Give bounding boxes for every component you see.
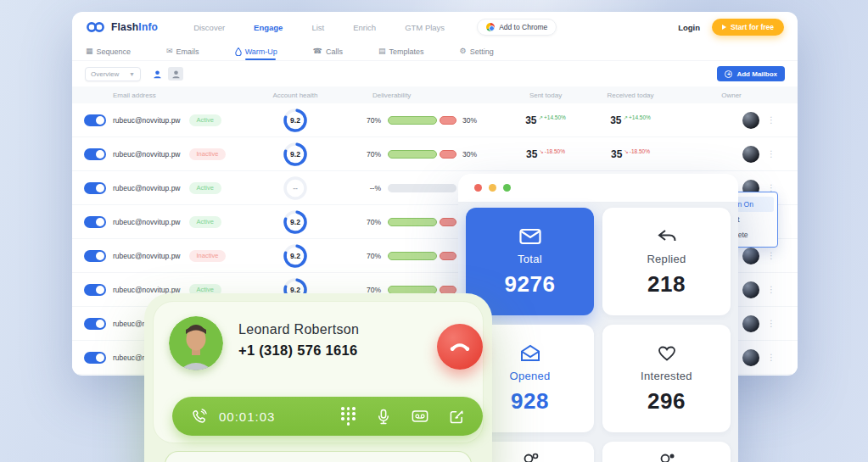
tab-templates[interactable]: ▤Templates [378, 47, 424, 56]
tab-calls[interactable]: ☎Calls [313, 47, 343, 56]
deliverability-bad-label: 30% [462, 116, 477, 125]
health-score: -- [283, 175, 308, 201]
nav-item-enrich[interactable]: Enrich [353, 23, 376, 32]
deliverability-bar-bad [440, 252, 456, 260]
add-to-chrome-button[interactable]: Add to Chrome [477, 19, 557, 36]
sent-delta: +14.50% [539, 114, 566, 121]
stats-window: Total 9276 Replied 218 Opened 928 Intere… [458, 174, 738, 462]
status-badge: Inactive [189, 250, 227, 262]
voicemail-icon[interactable] [412, 409, 428, 423]
mailbox-toggle[interactable] [84, 250, 106, 262]
brand-name: FlashInfo [111, 21, 158, 33]
tab-sequence[interactable]: ▦Sequence [86, 47, 131, 56]
call-icon [191, 409, 207, 425]
nav-items: Discover Engage List Enrich GTM Plays [193, 23, 445, 32]
caller-avatar [169, 316, 223, 370]
sent-today-value: 35 [526, 149, 537, 159]
deliverability-bar-good [388, 218, 437, 226]
call-timer: 00:01:03 [219, 409, 275, 424]
stat-label: Total [518, 253, 542, 265]
mail-open-icon [520, 343, 540, 364]
deliverability-bar-bad [440, 150, 456, 159]
person-icon [153, 70, 162, 79]
stat-label: Interested [641, 370, 692, 382]
health-ring: 9.2 [283, 209, 308, 235]
tab-emails[interactable]: ✉Emails [166, 47, 199, 56]
window-close-dot[interactable] [474, 184, 482, 192]
grid-icon: ▦ [86, 47, 93, 55]
received-today-value: 35 [611, 149, 622, 159]
brand-logo[interactable]: FlashInfo [86, 20, 158, 34]
received-today-value: 35 [610, 115, 621, 125]
window-zoom-dot[interactable] [503, 184, 511, 192]
deliverability-bar-good [388, 252, 437, 260]
hangup-button[interactable] [437, 324, 483, 370]
row-menu-button[interactable]: ⋮ [767, 353, 776, 362]
deliverability-good-label: 70% [333, 116, 381, 125]
status-badge: Active [189, 114, 221, 126]
health-ring: 9.2 [283, 108, 308, 133]
status-badge: Inactive [189, 148, 227, 160]
stats-window-titlebar [458, 174, 738, 203]
email-address: rubeuc@novvitup.pw [113, 218, 181, 226]
col-received-today: Received today [584, 92, 677, 99]
sub-navigation: ▦Sequence ✉Emails Warm-Up ☎Calls ▤Templa… [72, 42, 798, 61]
nav-item-gtm-plays[interactable]: GTM Plays [405, 23, 445, 32]
row-menu-button[interactable]: ⋮ [767, 319, 776, 328]
mail-icon: ✉ [166, 47, 173, 55]
row-menu-button[interactable]: ⋮ [767, 115, 776, 125]
row-menu-button[interactable]: ⋮ [767, 251, 776, 260]
col-sent-today: Sent today [507, 92, 584, 99]
stat-value: 296 [647, 388, 686, 415]
cta-label: Start for free [731, 23, 774, 31]
view-select[interactable]: Overview ▼ [85, 67, 141, 81]
deliverability-bar-good [388, 286, 437, 294]
contact-icon [521, 450, 540, 462]
chrome-icon [486, 23, 495, 31]
email-address: rubeuc@novvitup.pw [113, 116, 181, 125]
infinity-cloud-icon [86, 20, 106, 34]
tab-setting[interactable]: ⚙Setting [460, 47, 494, 56]
nav-item-engage[interactable]: Engage [254, 23, 283, 32]
mailbox-toggle[interactable] [84, 182, 106, 194]
add-mailbox-label: Add Mailbox [736, 70, 777, 78]
contact-icon [658, 450, 676, 462]
nav-item-discover[interactable]: Discover [193, 23, 225, 32]
compose-icon[interactable] [450, 409, 464, 424]
health-score: 9.2 [283, 108, 308, 133]
table-row: rubeuc@novvitup.pw Inactive 9.2 70% 30% [72, 137, 798, 171]
template-icon: ▤ [378, 47, 386, 55]
mailbox-toggle[interactable] [84, 318, 106, 330]
row-menu-button[interactable]: ⋮ [767, 285, 776, 294]
mailbox-toggle[interactable] [84, 352, 106, 364]
login-link[interactable]: Login [678, 23, 700, 32]
mailbox-toggle[interactable] [84, 284, 106, 296]
stats-cards: Total 9276 Replied 218 Opened 928 Intere… [458, 203, 738, 462]
deliverability-bar-bad [440, 116, 456, 125]
mic-icon[interactable] [377, 409, 390, 425]
call-card: Leonard Robertson +1 (318) 576 1616 00:0… [153, 301, 484, 443]
deliverability-good-label: 70% [333, 252, 381, 260]
mailbox-toggle[interactable] [84, 114, 106, 126]
team-view-button[interactable] [168, 67, 183, 81]
stat-card-replied: Replied 218 [602, 208, 731, 315]
email-address: rubeuc@novvitup.pw [113, 184, 181, 192]
stat-card-interested: Interested 296 [602, 325, 731, 432]
deliverability-good-label: 70% [333, 218, 381, 226]
dialpad-icon[interactable] [341, 407, 356, 426]
deliverability-bad-label: 30% [462, 150, 477, 159]
tab-warm-up[interactable]: Warm-Up [235, 47, 277, 56]
row-menu-button[interactable]: ⋮ [767, 149, 776, 159]
window-minimize-dot[interactable] [489, 184, 496, 192]
single-user-view-button[interactable] [149, 67, 165, 81]
view-select-value: Overview [91, 70, 119, 78]
start-for-free-button[interactable]: Start for free [712, 19, 784, 36]
add-mailbox-button[interactable]: + Add Mailbox [717, 66, 785, 81]
mailbox-toggle[interactable] [84, 148, 106, 160]
deliverability-bar-good [388, 116, 437, 125]
mailbox-toggle[interactable] [84, 216, 106, 228]
health-score: 9.2 [283, 243, 308, 269]
col-email-address: Email address [113, 92, 257, 99]
nav-item-list[interactable]: List [311, 23, 324, 32]
status-badge: Active [189, 216, 221, 228]
